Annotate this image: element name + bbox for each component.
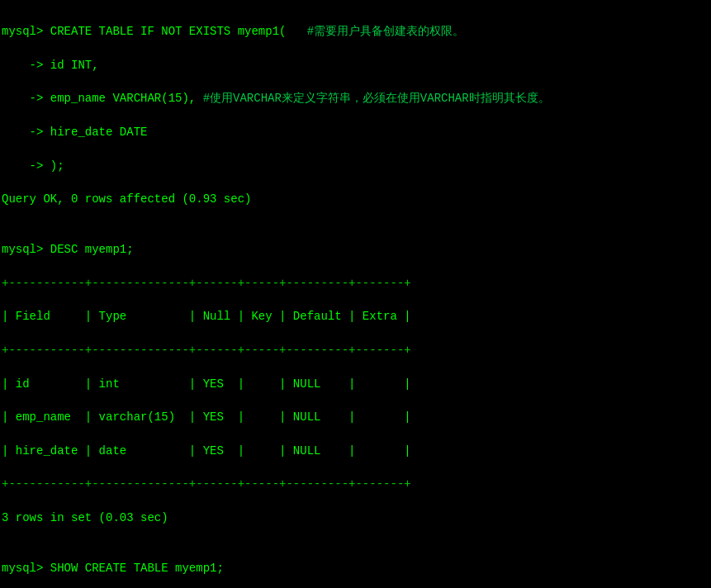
terminal-window: mysql> CREATE TABLE IF NOT EXISTS myemp1… xyxy=(0,3,711,588)
terminal-line: Query OK, 0 rows affected (0.93 sec) xyxy=(2,191,709,207)
terminal-line: | id | int | YES | | NULL | | xyxy=(2,376,709,392)
comment-text: #需要用户具备创建表的权限。 xyxy=(307,25,464,38)
terminal-line: -> id INT, xyxy=(2,57,709,74)
terminal-line: mysql> DESC myemp1; xyxy=(2,241,709,258)
terminal-line: mysql> CREATE TABLE IF NOT EXISTS myemp1… xyxy=(2,23,709,40)
terminal-line: +-----------+--------------+------+-----… xyxy=(2,275,709,292)
terminal-line: +-----------+--------------+------+-----… xyxy=(2,476,709,492)
terminal-line: mysql> SHOW CREATE TABLE myemp1; xyxy=(2,560,709,576)
comment-text: #使用VARCHAR来定义字符串，必须在使用VARCHAR时指明其长度。 xyxy=(203,92,550,105)
code-text: mysql> CREATE TABLE IF NOT EXISTS myemp1… xyxy=(2,25,307,38)
code-text: -> emp_name VARCHAR(15), xyxy=(2,92,203,105)
terminal-line: -> emp_name VARCHAR(15), #使用VARCHAR来定义字符… xyxy=(2,90,709,107)
terminal-line: | emp_name | varchar(15) | YES | | NULL … xyxy=(2,409,709,425)
terminal-line: +-----------+--------------+------+-----… xyxy=(2,342,709,358)
terminal-line: -> hire_date DATE xyxy=(2,124,709,140)
terminal-line: 3 rows in set (0.03 sec) xyxy=(2,510,709,526)
terminal-line: | hire_date | date | YES | | NULL | | xyxy=(2,443,709,459)
terminal-line: -> ); xyxy=(2,158,709,174)
terminal-line: | Field | Type | Null | Key | Default | … xyxy=(2,308,709,325)
